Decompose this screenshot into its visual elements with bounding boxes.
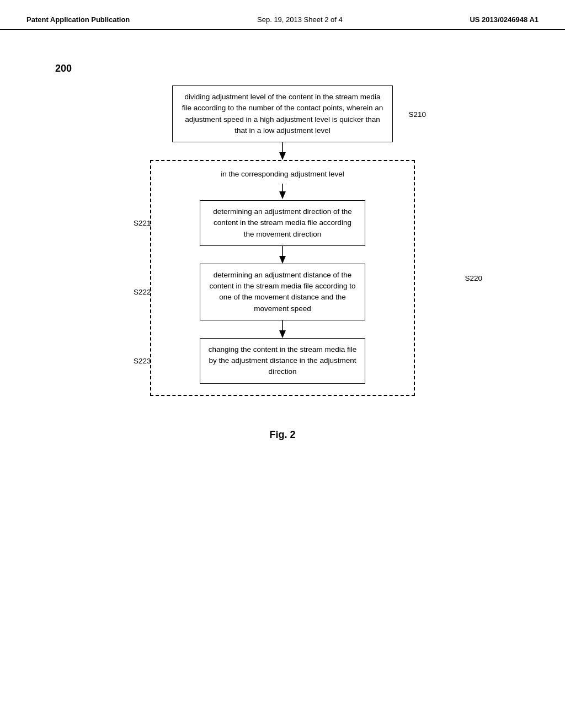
- s220-label: S220: [465, 274, 482, 282]
- diagram-container: dividing adjustment level of the content…: [122, 85, 443, 396]
- s223-text: changing the content in the stream media…: [209, 345, 357, 376]
- page: Patent Application Publication Sep. 19, …: [0, 0, 565, 728]
- svg-marker-1: [279, 152, 286, 160]
- s222-text: determining an adjustment distance of th…: [210, 271, 356, 313]
- svg-marker-7: [279, 330, 286, 338]
- s210-label: S210: [408, 110, 426, 118]
- header-left: Patent Application Publication: [26, 15, 130, 24]
- arrow-s210-to-s220: [122, 142, 443, 160]
- s210-box: dividing adjustment level of the content…: [172, 85, 393, 142]
- s221-box: determining an adjustment direction of t…: [200, 200, 365, 246]
- main-content: 200 dividing adjustment level of the con…: [0, 30, 565, 463]
- s221-text: determining an adjustment direction of t…: [213, 207, 351, 238]
- s221-wrapper: determining an adjustment direction of t…: [162, 200, 403, 246]
- s223-wrapper: changing the content in the stream media…: [162, 338, 403, 384]
- s223-box: changing the content in the stream media…: [200, 338, 365, 384]
- s222-wrapper: determining an adjustment distance of th…: [162, 264, 403, 320]
- s223-label: S223: [134, 357, 151, 365]
- diagram-label: 200: [55, 63, 521, 74]
- svg-marker-5: [279, 256, 286, 264]
- s210-text: dividing adjustment level of the content…: [182, 93, 383, 135]
- s222-box: determining an adjustment distance of th…: [200, 264, 365, 320]
- arrow-into-s221: [162, 183, 403, 200]
- s220-dashed-group: in the corresponding adjustment level de…: [150, 160, 415, 396]
- s221-label: S221: [134, 219, 151, 227]
- page-header: Patent Application Publication Sep. 19, …: [0, 0, 565, 30]
- s220-top-label: in the corresponding adjustment level: [162, 170, 403, 178]
- svg-marker-3: [279, 191, 286, 199]
- s222-label: S222: [134, 288, 151, 296]
- s210-wrapper: dividing adjustment level of the content…: [172, 85, 393, 142]
- s220-group-wrapper: in the corresponding adjustment level de…: [122, 160, 443, 396]
- header-center: Sep. 19, 2013 Sheet 2 of 4: [257, 15, 343, 24]
- arrow-s222-to-s223: [162, 320, 403, 338]
- figure-caption: Fig. 2: [44, 429, 521, 441]
- header-right: US 2013/0246948 A1: [470, 15, 539, 24]
- arrow-s221-to-s222: [162, 246, 403, 264]
